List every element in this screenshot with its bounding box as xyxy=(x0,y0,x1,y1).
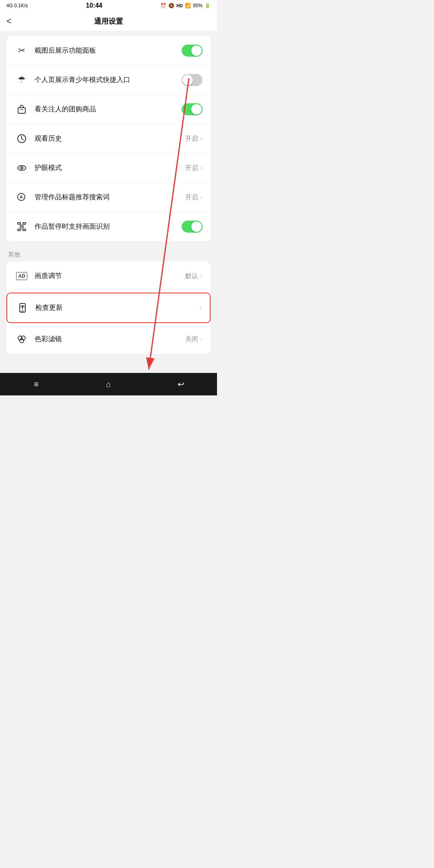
quality-label: 画质调节 xyxy=(35,271,185,281)
image-recognition-toggle[interactable] xyxy=(182,221,203,233)
page-title: 通用设置 xyxy=(94,16,123,26)
manage-search-row[interactable]: A 管理作品标题推荐搜索词 开启 › xyxy=(6,183,211,212)
chevron-icon: › xyxy=(200,304,202,311)
alarm-icon: ⏰ xyxy=(160,3,166,8)
svg-text:A: A xyxy=(20,194,23,199)
group-buy-label: 看关注人的团购商品 xyxy=(35,104,182,114)
home-icon: ⌂ xyxy=(106,380,111,389)
chevron-icon: › xyxy=(201,194,203,201)
bag-icon xyxy=(14,102,29,117)
youth-mode-label: 个人页展示青少年模式快捷入口 xyxy=(35,75,182,85)
clock-icon xyxy=(14,131,29,146)
back-button[interactable]: < xyxy=(6,16,12,27)
bottom-nav-bar: ≡ ⌂ ↩ xyxy=(0,373,217,395)
svg-point-5 xyxy=(21,168,22,168)
color-filter-row[interactable]: 色彩滤镜 关闭 › xyxy=(6,325,211,354)
eye-protection-row[interactable]: 护眼模式 开启 › xyxy=(6,154,211,183)
scan-icon xyxy=(14,219,29,234)
bell-icon: 🔕 xyxy=(168,3,174,8)
image-recognition-row[interactable]: 作品暂停时支持画面识别 xyxy=(6,212,211,241)
quality-row[interactable]: AD 画质调节 默认 › xyxy=(6,262,211,291)
battery-text: 95% xyxy=(193,3,203,8)
svg-rect-11 xyxy=(23,229,26,231)
svg-point-13 xyxy=(21,226,23,227)
hd-icon: HD xyxy=(176,3,183,8)
phone-up-icon xyxy=(15,301,30,315)
screenshot-panel-row[interactable]: ✂ 截图后展示功能面板 xyxy=(6,36,211,66)
status-bar: 4G 0.1K/s 10:44 ⏰ 🔕 HD 📶 95% 🔋 xyxy=(0,0,217,11)
scissors-icon: ✂ xyxy=(14,43,29,58)
image-recognition-label: 作品暂停时支持画面识别 xyxy=(35,222,182,231)
eye-protection-label: 护眼模式 xyxy=(35,163,185,173)
main-settings-card: ✂ 截图后展示功能面板 ☂ 个人页展示青少年模式快捷入口 xyxy=(6,36,211,241)
toggle-knob xyxy=(191,45,202,56)
chevron-icon: › xyxy=(201,336,203,343)
battery-icon: 🔋 xyxy=(205,3,211,8)
toggle-knob xyxy=(182,75,193,85)
status-right: ⏰ 🔕 HD 📶 95% 🔋 xyxy=(160,3,211,8)
back-nav-button[interactable]: ↩ xyxy=(169,377,193,391)
toggle-knob xyxy=(191,104,202,115)
watch-history-value: 开启 xyxy=(185,135,198,143)
youth-mode-row[interactable]: ☂ 个人页展示青少年模式快捷入口 xyxy=(6,66,211,95)
toggle-knob xyxy=(191,221,202,232)
svg-rect-10 xyxy=(23,223,26,224)
watch-history-label: 观看历史 xyxy=(35,134,185,143)
chevron-icon: › xyxy=(201,164,203,172)
settings-content: ✂ 截图后展示功能面板 ☂ 个人页展示青少年模式快捷入口 xyxy=(0,31,217,365)
wifi-icon: 📶 xyxy=(185,3,191,8)
chevron-icon: › xyxy=(201,135,203,142)
chevron-icon: › xyxy=(201,272,203,280)
svg-rect-8 xyxy=(18,223,20,224)
screenshot-panel-label: 截图后展示功能面板 xyxy=(35,46,182,55)
youth-mode-toggle[interactable] xyxy=(182,74,203,86)
umbrella-icon: ☂ xyxy=(14,73,29,87)
eye-protection-value: 开启 xyxy=(185,164,198,172)
watch-history-row[interactable]: 观看历史 开启 › xyxy=(6,124,211,154)
check-update-row[interactable]: 检查更新 › xyxy=(6,293,211,323)
nav-bar: < 通用设置 xyxy=(0,11,217,31)
other-section-label: 其他 xyxy=(0,248,217,262)
status-time: 10:44 xyxy=(86,2,102,9)
group-buy-toggle[interactable] xyxy=(182,103,203,115)
screenshot-panel-toggle[interactable] xyxy=(182,45,203,57)
color-filter-label: 色彩滤镜 xyxy=(35,334,185,344)
ad-icon: AD xyxy=(14,269,29,283)
eye-icon xyxy=(14,161,29,175)
check-update-label: 检查更新 xyxy=(35,303,200,313)
home-button[interactable]: ⌂ xyxy=(96,377,121,391)
svg-rect-0 xyxy=(18,108,25,113)
menu-icon: ≡ xyxy=(34,380,39,389)
quality-value: 默认 xyxy=(185,272,198,280)
signal-text: 4G 0.1K/s xyxy=(6,3,28,8)
search-a-icon: A xyxy=(14,190,29,205)
color-filter-value: 关闭 xyxy=(185,335,198,344)
other-settings-card: AD 画质调节 默认 › 检查更新 › xyxy=(6,262,211,354)
manage-search-label: 管理作品标题推荐搜索词 xyxy=(35,192,185,202)
status-left: 4G 0.1K/s xyxy=(6,3,28,8)
manage-search-value: 开启 xyxy=(185,193,198,202)
back-nav-icon: ↩ xyxy=(178,379,184,389)
group-buy-row[interactable]: 看关注人的团购商品 xyxy=(6,95,211,124)
menu-button[interactable]: ≡ xyxy=(24,377,48,391)
svg-rect-9 xyxy=(18,229,20,231)
filter-icon xyxy=(14,332,29,346)
